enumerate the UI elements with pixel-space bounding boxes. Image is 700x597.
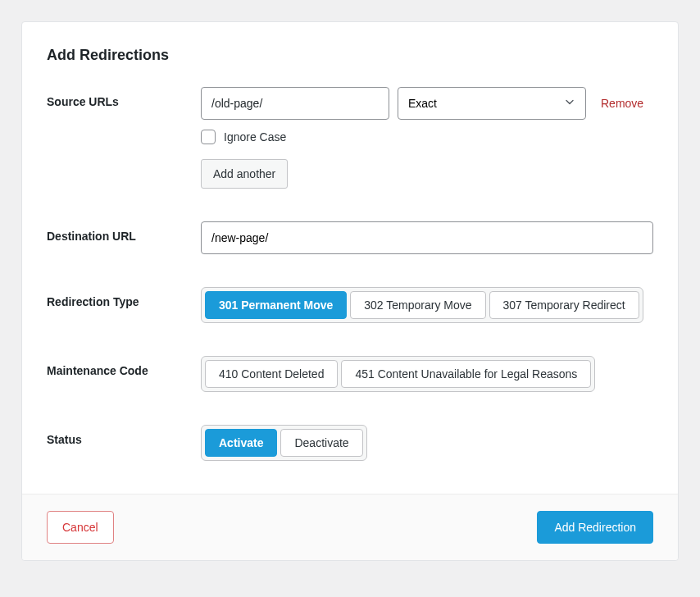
- maintenance-451-button[interactable]: 451 Content Unavailable for Legal Reason…: [341, 360, 591, 388]
- destination-url-row: Destination URL: [47, 221, 653, 254]
- add-another-button[interactable]: Add another: [201, 159, 288, 189]
- status-deactivate-button[interactable]: Deactivate: [280, 429, 362, 457]
- source-urls-label: Source URLs: [47, 87, 201, 108]
- redirection-type-controls: 301 Permanent Move 302 Temporary Move 30…: [201, 287, 653, 323]
- maintenance-code-label: Maintenance Code: [47, 356, 201, 377]
- destination-url-controls: [201, 221, 653, 254]
- panel-body: Add Redirections Source URLs Exact Remov…: [22, 22, 678, 494]
- status-row: Status Activate Deactivate: [47, 425, 653, 461]
- redirection-type-307-button[interactable]: 307 Temporary Redirect: [489, 291, 639, 319]
- source-urls-row: Source URLs Exact Remove: [47, 87, 653, 189]
- ignore-case-row: Ignore Case: [201, 130, 653, 144]
- maintenance-410-button[interactable]: 410 Content Deleted: [205, 360, 338, 388]
- add-redirections-panel: Add Redirections Source URLs Exact Remov…: [21, 21, 679, 561]
- remove-source-button[interactable]: Remove: [601, 97, 643, 110]
- source-urls-controls: Exact Remove Ignore Case Add another: [201, 87, 653, 189]
- destination-url-label: Destination URL: [47, 221, 201, 243]
- add-redirection-button[interactable]: Add Redirection: [537, 511, 653, 544]
- match-type-select[interactable]: Exact: [398, 87, 586, 120]
- maintenance-code-controls: 410 Content Deleted 451 Content Unavaila…: [201, 356, 653, 392]
- status-activate-button[interactable]: Activate: [205, 429, 277, 457]
- redirection-type-label: Redirection Type: [47, 287, 201, 308]
- status-label: Status: [47, 425, 201, 446]
- destination-url-input[interactable]: [201, 221, 653, 254]
- redirection-type-301-button[interactable]: 301 Permanent Move: [205, 291, 347, 319]
- source-url-input[interactable]: [201, 87, 389, 120]
- ignore-case-checkbox[interactable]: [201, 130, 216, 144]
- redirection-type-row: Redirection Type 301 Permanent Move 302 …: [47, 287, 653, 323]
- maintenance-code-group: 410 Content Deleted 451 Content Unavaila…: [201, 356, 595, 392]
- panel-footer: Cancel Add Redirection: [22, 494, 678, 560]
- cancel-button[interactable]: Cancel: [47, 511, 114, 544]
- match-type-select-wrap: Exact: [398, 87, 586, 120]
- status-group: Activate Deactivate: [201, 425, 367, 461]
- maintenance-code-row: Maintenance Code 410 Content Deleted 451…: [47, 356, 653, 392]
- redirection-type-group: 301 Permanent Move 302 Temporary Move 30…: [201, 287, 643, 323]
- panel-title: Add Redirections: [47, 47, 653, 64]
- redirection-type-302-button[interactable]: 302 Temporary Move: [350, 291, 485, 319]
- source-url-entry: Exact Remove: [201, 87, 653, 120]
- status-controls: Activate Deactivate: [201, 425, 653, 461]
- ignore-case-label[interactable]: Ignore Case: [224, 130, 286, 144]
